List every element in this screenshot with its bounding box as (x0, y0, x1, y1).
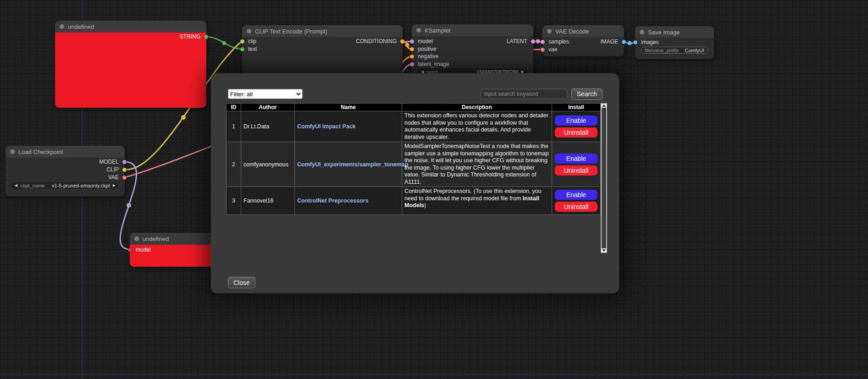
input-port-positive[interactable] (410, 47, 414, 51)
node-undefined-top[interactable]: undefined STRING (55, 21, 206, 108)
search-box: Search (481, 88, 603, 100)
ext-install-cell: Enable Uninstall (552, 142, 601, 187)
slot-label-model: MODEL (99, 159, 119, 165)
node-header[interactable]: KSampler (412, 24, 533, 36)
node-header[interactable]: undefined (55, 21, 206, 33)
desc-text: This extension offers various detector n… (404, 112, 548, 140)
node-body: model (130, 245, 215, 267)
col-header-author: Author (241, 104, 295, 111)
col-header-install: Install (552, 104, 601, 111)
input-port-images[interactable] (633, 40, 637, 44)
collapse-dot-icon[interactable] (134, 236, 139, 241)
node-graph-canvas[interactable]: undefined STRING CLIP Text Encode (Promp… (0, 0, 868, 379)
node-header[interactable]: Load Checkpoint (6, 146, 125, 158)
increment-icon[interactable]: ▶ (113, 183, 116, 187)
collapse-dot-icon[interactable] (10, 149, 15, 154)
input-port-samples[interactable] (541, 40, 545, 44)
input-port-text[interactable] (240, 47, 244, 51)
slot-label-text: text (248, 46, 257, 52)
extension-link[interactable]: ComfyUI Impact Pack (297, 123, 356, 130)
node-title: Save Image (648, 29, 680, 36)
output-port-clip[interactable] (122, 168, 127, 172)
input-port-model[interactable] (410, 39, 414, 44)
uninstall-button[interactable]: Uninstall (555, 165, 597, 176)
node-title: CLIP Text Encode (Prompt) (255, 28, 327, 35)
input-port-negative[interactable] (410, 55, 414, 59)
input-port-vae[interactable] (541, 48, 545, 52)
output-port-image[interactable] (622, 40, 626, 44)
ext-author: comfyanonymous (241, 142, 295, 187)
slot-label-images: images (641, 39, 659, 45)
slot-label-image: IMAGE (600, 38, 618, 45)
collapse-dot-icon[interactable] (640, 30, 644, 34)
extension-table-area: ID Author Name Description Install 1 Dr.… (226, 103, 607, 253)
enable-button[interactable]: Enable (555, 190, 597, 200)
collapse-dot-icon[interactable] (247, 29, 251, 33)
decrement-icon[interactable]: ◀ (15, 183, 17, 187)
ext-description: ControlNet Preprocessors. (To use this e… (402, 187, 552, 215)
extension-link[interactable]: ComfyUI_experiments/sampler_tonemap (297, 161, 408, 168)
scroll-up-icon[interactable] (601, 104, 607, 108)
slot-label-positive: positive (418, 46, 437, 52)
node-ksampler[interactable]: KSampler model LATENT positive negative … (412, 24, 533, 78)
output-port-conditioning[interactable] (400, 39, 404, 44)
collapse-dot-icon[interactable] (60, 24, 64, 29)
filename-prefix-widget[interactable]: filename_prefix ComfyUI (641, 47, 708, 54)
node-header[interactable]: CLIP Text Encode (Prompt) (242, 25, 403, 37)
search-input[interactable] (481, 89, 567, 99)
node-header[interactable]: Save Image (635, 26, 714, 38)
table-scrollbar[interactable] (601, 103, 607, 253)
extension-link[interactable]: ControlNet Preprocessors (297, 198, 369, 204)
ext-id: 3 (227, 187, 241, 215)
collapse-dot-icon[interactable] (416, 28, 421, 33)
uninstall-button[interactable]: Uninstall (555, 127, 597, 137)
uninstall-button[interactable]: Uninstall (555, 202, 597, 212)
input-port-clip[interactable] (240, 39, 244, 44)
slot-label-clip: CLIP (106, 166, 119, 173)
col-header-name: Name (295, 104, 402, 111)
col-header-description: Description (402, 104, 552, 111)
slot-label-vae: VAE (108, 174, 119, 181)
node-title: undefined (143, 236, 169, 242)
slot-label-latent: LATENT (507, 38, 527, 44)
ext-install-cell: Enable Uninstall (552, 111, 601, 142)
ext-description: This extension offers various detector n… (402, 111, 552, 142)
node-undefined-bottom[interactable]: undefined model (130, 233, 215, 267)
node-vae-decode[interactable]: VAE Decode samples IMAGE vae (542, 25, 624, 56)
widget-label: filename_prefix (645, 48, 679, 53)
enable-button[interactable]: Enable (555, 154, 597, 164)
node-title: VAE Decode (555, 28, 589, 35)
widget-label: ckpt_name (20, 183, 45, 188)
close-button[interactable]: Close (228, 277, 255, 288)
node-header[interactable]: VAE Decode (542, 25, 624, 37)
output-port-model[interactable] (122, 160, 127, 164)
extension-table: ID Author Name Description Install 1 Dr.… (226, 103, 601, 215)
desc-text: ControlNet Preprocessors. (To use this e… (404, 188, 542, 202)
output-port-vae[interactable] (122, 176, 127, 180)
slot-label-model: model (136, 247, 151, 253)
output-port-string[interactable] (204, 35, 208, 39)
collapse-dot-icon[interactable] (547, 29, 552, 33)
node-body: images filename_prefix ComfyUI (635, 38, 714, 59)
enable-button[interactable]: Enable (555, 115, 597, 126)
ckpt-name-widget[interactable]: ◀ ckpt_name v1-5-pruned-emaonly.ckpt ▶ (11, 182, 119, 189)
node-save-image[interactable]: Save Image images filename_prefix ComfyU… (635, 26, 714, 59)
ext-author: Fannovel16 (241, 187, 295, 215)
input-port-model[interactable] (128, 248, 132, 252)
slot-label-negative: negative (418, 53, 438, 60)
output-port-latent[interactable] (531, 39, 535, 44)
slot-label-samples: samples (548, 38, 569, 45)
extension-row: 3 Fannovel16 ControlNet Preprocessors Co… (227, 187, 601, 215)
desc-text: ModelSamplerTonemapNoiseTest a node that… (404, 143, 549, 185)
dialog-toolbar: Filter: all Search (228, 88, 603, 100)
filter-select[interactable]: Filter: all (228, 89, 303, 99)
node-load-checkpoint[interactable]: Load Checkpoint MODEL CLIP VAE ◀ ckpt_na… (6, 146, 125, 196)
node-header[interactable]: undefined (130, 233, 215, 245)
custom-nodes-manager-dialog: Filter: all Search ID Author Name De (211, 73, 619, 293)
scrollbar-thumb[interactable] (602, 108, 606, 248)
search-button[interactable]: Search (571, 88, 603, 100)
scroll-down-icon[interactable] (601, 248, 607, 253)
extension-row: 1 Dr.Lt.Data ComfyUI Impact Pack This ex… (227, 111, 601, 142)
input-port-latent-image[interactable] (410, 62, 414, 66)
ext-install-cell: Enable Uninstall (552, 187, 601, 215)
